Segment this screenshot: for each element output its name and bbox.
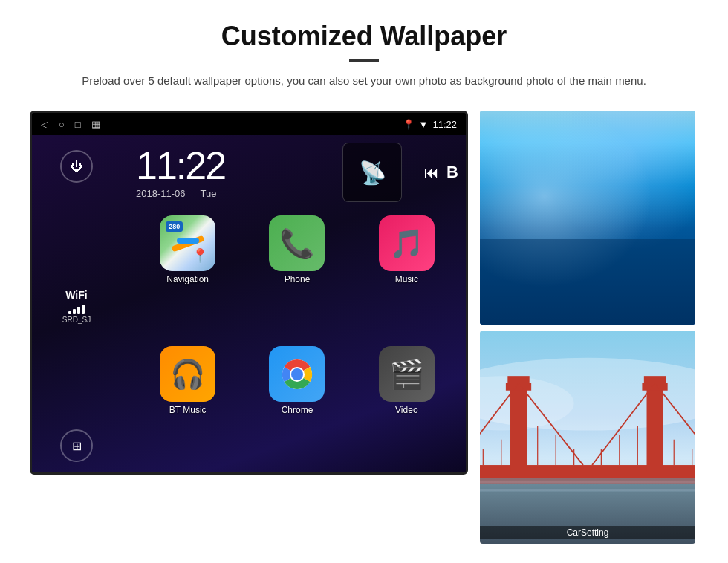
video-icon: 🎬 <box>379 346 435 402</box>
nav-road-2 <box>177 238 199 244</box>
svg-rect-39 <box>480 478 695 484</box>
main-content: ◁ ○ □ ▦ 📍 ▼ 11:22 ⏻ WiFi <box>0 103 728 544</box>
svg-rect-19 <box>510 385 527 471</box>
svg-marker-9 <box>620 201 695 324</box>
video-label: Video <box>395 405 417 415</box>
clock-info: 11:22 2018-11-06 Tue <box>136 146 225 199</box>
music-icon: 🎵 <box>379 215 435 271</box>
svg-marker-7 <box>510 192 601 324</box>
svg-point-11 <box>480 274 695 310</box>
home-icon[interactable]: ○ <box>59 119 65 130</box>
page-title: Customized Wallpaper <box>59 21 669 52</box>
chrome-label: Chrome <box>282 405 313 415</box>
bt-music-icon: 🎧 <box>160 346 215 402</box>
wifi-bar-2 <box>73 309 76 314</box>
svg-marker-6 <box>480 220 547 325</box>
date-value: 2018-11-06 <box>136 188 186 199</box>
app-area: 11:22 2018-11-06 Tue 📡 ⏮ B <box>121 135 466 475</box>
app-item-phone[interactable]: 📞 Phone <box>245 215 348 340</box>
music-label: Music <box>395 274 418 284</box>
wallpaper-bridge[interactable]: CarSetting <box>480 331 695 544</box>
page-header: Customized Wallpaper Preload over 5 defa… <box>0 0 728 103</box>
status-icons: 📍 ▼ 11:22 <box>403 119 457 130</box>
video-symbol: 🎬 <box>389 358 424 391</box>
carsetting-label: CarSetting <box>480 526 695 539</box>
day-value: Tue <box>201 188 217 199</box>
bluetooth-symbol: 🎧 <box>170 358 205 391</box>
wallpaper-ice-cave[interactable] <box>480 111 695 325</box>
phone-label: Phone <box>285 274 311 284</box>
status-bar: ◁ ○ □ ▦ 📍 ▼ 11:22 <box>32 113 466 135</box>
screenshot-icon[interactable]: ▦ <box>91 119 100 130</box>
app-item-video[interactable]: 🎬 Video <box>355 346 458 471</box>
svg-rect-10 <box>480 265 695 325</box>
wifi-signal-icon: 📡 <box>359 160 386 186</box>
wallpaper-panel: CarSetting <box>480 111 695 544</box>
power-button[interactable]: ⏻ <box>60 150 93 183</box>
clock-area: 11:22 2018-11-06 Tue 📡 ⏮ B <box>121 135 466 209</box>
nav-badge: 280 <box>166 221 183 232</box>
wifi-label: WiFi <box>62 289 91 301</box>
svg-point-2 <box>291 368 303 380</box>
app-item-music[interactable]: 🎵 Music <box>355 215 458 340</box>
location-icon: 📍 <box>403 119 415 130</box>
phone-icon: 📞 <box>269 215 325 271</box>
screen-body: ⏻ WiFi SRD_SJ ⊞ <box>32 135 466 475</box>
svg-rect-17 <box>480 489 695 491</box>
phone-symbol: 📞 <box>279 227 314 260</box>
svg-rect-22 <box>647 385 663 471</box>
power-icon: ⏻ <box>71 160 82 173</box>
app-item-bt-music[interactable]: 🎧 BT Music <box>136 346 239 471</box>
apps-icon: ⊞ <box>72 439 82 453</box>
wifi-widget: 📡 <box>342 143 402 202</box>
svg-point-4 <box>480 128 624 256</box>
back-icon[interactable]: ◁ <box>41 119 48 130</box>
apps-button[interactable]: ⊞ <box>60 429 93 462</box>
title-divider <box>349 59 379 62</box>
music-symbol: 🎵 <box>389 227 424 260</box>
wifi-bar-3 <box>77 307 80 314</box>
wifi-ssid: SRD_SJ <box>62 316 91 324</box>
svg-rect-3 <box>480 111 695 325</box>
chrome-icon <box>269 346 325 402</box>
bluetooth-icon: B <box>446 163 458 182</box>
android-screen: ◁ ○ □ ▦ 📍 ▼ 11:22 ⏻ WiFi <box>30 111 468 475</box>
bt-music-label: BT Music <box>169 405 207 415</box>
left-sidebar: ⏻ WiFi SRD_SJ ⊞ <box>32 135 121 475</box>
bridge-svg <box>480 331 695 544</box>
clock-time: 11:22 <box>136 146 225 185</box>
app-item-navigation[interactable]: 280 📍 Navigation <box>136 215 239 340</box>
nav-icons: ◁ ○ □ ▦ <box>41 119 100 130</box>
carsetting-wrapper: CarSetting <box>480 331 695 544</box>
navigation-label: Navigation <box>166 274 209 284</box>
media-controls: ⏮ B <box>424 163 458 182</box>
clock-date: 2018-11-06 Tue <box>136 188 225 199</box>
status-time: 11:22 <box>432 119 457 130</box>
nav-pin-icon: 📍 <box>192 247 208 264</box>
chrome-svg <box>275 352 319 397</box>
prev-track-icon[interactable]: ⏮ <box>424 164 439 181</box>
svg-marker-8 <box>583 229 656 324</box>
nav-icon-wrap: 280 📍 <box>160 215 215 271</box>
app-item-chrome[interactable]: Chrome <box>245 346 348 471</box>
wifi-bar-1 <box>68 311 71 314</box>
ice-cave-svg <box>480 111 695 325</box>
wifi-bar-4 <box>82 305 85 314</box>
navigation-icon: 280 📍 <box>160 215 215 271</box>
wifi-info: WiFi SRD_SJ <box>62 289 91 324</box>
page-description: Preload over 5 default wallpaper options… <box>59 72 669 90</box>
wifi-bars <box>62 302 91 314</box>
app-grid: 280 📍 Navigation 📞 Phone <box>121 209 466 475</box>
wifi-icon: ▼ <box>419 119 429 130</box>
recents-icon[interactable]: □ <box>75 119 81 130</box>
svg-point-5 <box>565 111 695 201</box>
